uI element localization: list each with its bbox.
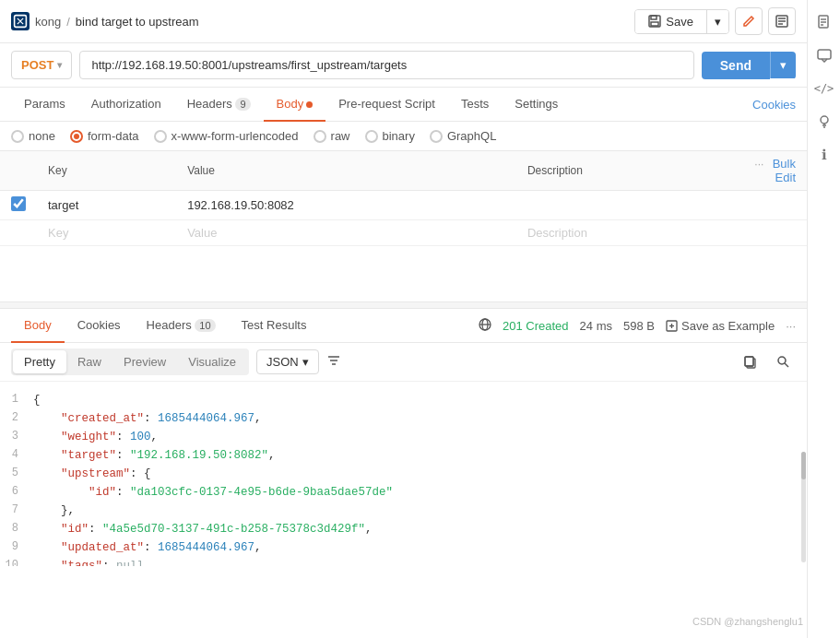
code-line-5: 5 "upstream": { [0,465,807,483]
copy-icon[interactable] [737,349,763,375]
view-visualize[interactable]: Visualize [177,350,247,373]
radio-raw[interactable] [314,130,326,143]
view-preview[interactable]: Preview [112,350,177,373]
row-action [733,191,807,220]
save-dropdown[interactable]: ▾ [706,10,728,33]
col-description: Description [516,151,733,191]
row-checkbox-cell[interactable] [0,191,37,220]
row-value[interactable]: 192.168.19.50:8082 [176,191,516,220]
send-main[interactable]: Send [702,52,770,79]
row-key[interactable]: target [37,191,176,220]
edit-icon[interactable] [735,7,763,35]
three-dots-icon[interactable]: ··· [754,158,763,171]
radio-formdata[interactable] [70,130,83,143]
url-bar: POST ▾ Send ▾ [0,43,807,88]
body-option-raw[interactable]: raw [314,129,350,143]
col-key: Key [37,151,176,191]
method-select[interactable]: POST ▾ [11,51,72,79]
tab-params[interactable]: Params [11,88,78,122]
format-select[interactable]: JSON ▾ [256,349,319,374]
tab-settings[interactable]: Settings [502,88,571,122]
body-option-formdata[interactable]: form-data [70,129,139,143]
svg-rect-4 [818,50,831,59]
radio-binary[interactable] [365,130,378,143]
history-icon[interactable] [768,7,796,35]
send-dropdown[interactable]: ▾ [770,52,796,78]
url-input[interactable] [79,51,693,79]
row-checkbox[interactable] [11,196,26,211]
svg-rect-12 [651,22,658,26]
response-time: 24 ms [580,319,612,333]
code-line-7: 7 }, [0,502,807,520]
placeholder-value[interactable]: Value [176,220,516,246]
breadcrumb: kong / bind target to upstream [11,12,199,30]
placeholder-checkbox-cell [0,220,37,246]
svg-line-30 [785,363,788,367]
code-line-1: 1 { [0,391,807,409]
body-option-binary[interactable]: binary [365,129,415,143]
tab-headers[interactable]: Headers 9 [174,88,264,122]
breadcrumb-sep: / [66,15,70,29]
bulk-edit-link[interactable]: Bulk Edit [773,157,796,184]
radio-none[interactable] [11,130,24,143]
code-line-9: 9 "updated_at": 1685444064.967, [0,538,807,557]
response-status: 201 Created [503,319,569,333]
save-example-button[interactable]: Save as Example [666,319,775,333]
toolbar-right: Save ▾ [634,7,796,35]
response-tab-body[interactable]: Body [11,309,65,343]
response-size: 598 B [623,319,655,333]
response-tab-headers[interactable]: Headers 10 [134,309,229,343]
response-code-block: 1 { 2 "created_at": 1685444064.967, 3 "w… [0,382,807,566]
svg-rect-27 [745,357,753,366]
watermark: CSDN @zhangshenglu1 [692,616,803,627]
send-button[interactable]: Send ▾ [702,52,796,79]
tab-tests[interactable]: Tests [448,88,502,122]
table-row: target 192.168.19.50:8082 [0,191,807,220]
search-icon[interactable] [770,349,796,375]
section-divider [0,301,807,309]
scrollbar-thumb[interactable] [801,452,806,479]
page-title: bind target to upstream [76,15,199,29]
save-button[interactable]: Save ▾ [634,9,729,34]
document-icon[interactable] [810,7,839,37]
view-raw[interactable]: Raw [66,350,112,373]
response-meta: 201 Created 24 ms 598 B Save as Example … [479,318,796,334]
tab-prerequest[interactable]: Pre-request Script [325,88,448,122]
row-description[interactable] [516,191,733,220]
bulb-icon[interactable] [810,107,839,136]
view-pretty[interactable]: Pretty [13,350,66,373]
method-value: POST [21,58,53,72]
save-label: Save [666,15,693,29]
body-option-urlencoded[interactable]: x-www-form-urlencoded [154,129,299,143]
comment-icon[interactable] [810,41,839,70]
main-content: kong / bind target to upstream Save ▾ [0,0,807,566]
radio-graphql[interactable] [430,130,443,143]
tab-authorization[interactable]: Authorization [78,88,174,122]
col-actions: ··· Bulk Edit [733,151,807,191]
code-line-3: 3 "weight": 100, [0,428,807,446]
tab-body[interactable]: Body [264,88,326,122]
cookies-link[interactable]: Cookies [752,98,796,112]
params-table: Key Value Description ··· Bulk Edit [0,151,807,246]
save-main[interactable]: Save [635,10,706,33]
placeholder-description[interactable]: Description [516,220,733,246]
filter-icon[interactable] [326,353,341,371]
body-options: none form-data x-www-form-urlencoded raw… [0,122,807,151]
format-label: JSON [266,355,299,369]
format-arrow: ▾ [302,355,309,369]
placeholder-key[interactable]: Key [37,220,176,246]
table-row-placeholder: Key Value Description [0,220,807,246]
response-tabs: Body Cookies Headers 10 Test Results 201… [0,309,807,343]
project-name: kong [35,15,61,29]
more-options-icon[interactable]: ··· [786,319,796,333]
radio-urlencoded[interactable] [154,130,167,143]
code-icon[interactable]: </> [810,74,839,103]
response-tab-testresults[interactable]: Test Results [229,309,320,343]
body-option-graphql[interactable]: GraphQL [430,129,496,143]
globe-icon [479,318,491,334]
placeholder-action [733,220,807,246]
body-option-none[interactable]: none [11,129,55,143]
info-icon[interactable]: ℹ [810,140,839,170]
top-bar: kong / bind target to upstream Save ▾ [0,0,807,43]
response-tab-cookies[interactable]: Cookies [65,309,134,343]
